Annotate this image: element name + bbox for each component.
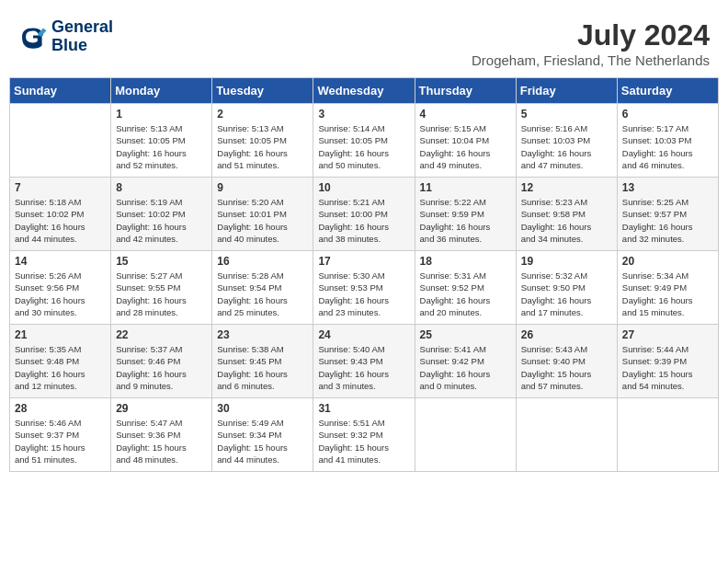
week-row-2: 7Sunrise: 5:18 AM Sunset: 10:02 PM Dayli… bbox=[10, 178, 719, 251]
cell-content: Sunrise: 5:23 AM Sunset: 9:58 PM Dayligh… bbox=[521, 196, 612, 245]
calendar-cell-2-6: 20Sunrise: 5:34 AM Sunset: 9:49 PM Dayli… bbox=[617, 251, 718, 325]
calendar-cell-4-4 bbox=[415, 398, 516, 472]
day-number: 24 bbox=[318, 328, 409, 341]
calendar-cell-3-2: 23Sunrise: 5:38 AM Sunset: 9:45 PM Dayli… bbox=[212, 325, 313, 398]
day-number: 16 bbox=[217, 255, 308, 268]
weekday-header-row: Sunday Monday Tuesday Wednesday Thursday… bbox=[10, 78, 719, 104]
calendar-cell-2-1: 15Sunrise: 5:27 AM Sunset: 9:55 PM Dayli… bbox=[111, 251, 212, 325]
day-number: 19 bbox=[521, 255, 612, 268]
day-number: 17 bbox=[318, 255, 409, 268]
day-number: 27 bbox=[622, 328, 713, 341]
day-number: 4 bbox=[420, 108, 511, 121]
cell-content: Sunrise: 5:34 AM Sunset: 9:49 PM Dayligh… bbox=[622, 270, 713, 318]
cell-content: Sunrise: 5:27 AM Sunset: 9:55 PM Dayligh… bbox=[116, 270, 207, 318]
calendar-cell-0-1: 1Sunrise: 5:13 AM Sunset: 10:05 PM Dayli… bbox=[111, 104, 212, 178]
cell-content: Sunrise: 5:37 AM Sunset: 9:46 PM Dayligh… bbox=[116, 343, 207, 392]
day-number: 20 bbox=[622, 255, 713, 268]
logo[interactable]: General Blue bbox=[18, 18, 113, 55]
calendar-cell-2-3: 17Sunrise: 5:30 AM Sunset: 9:53 PM Dayli… bbox=[313, 251, 415, 325]
cell-content: Sunrise: 5:17 AM Sunset: 10:03 PM Daylig… bbox=[622, 122, 713, 171]
logo-line1: General bbox=[51, 18, 113, 37]
day-number: 22 bbox=[116, 328, 207, 341]
calendar-cell-3-4: 25Sunrise: 5:41 AM Sunset: 9:42 PM Dayli… bbox=[415, 325, 516, 398]
day-number: 11 bbox=[420, 181, 511, 194]
day-number: 25 bbox=[420, 328, 511, 341]
week-row-3: 14Sunrise: 5:26 AM Sunset: 9:56 PM Dayli… bbox=[10, 251, 719, 325]
cell-content: Sunrise: 5:49 AM Sunset: 9:34 PM Dayligh… bbox=[217, 417, 308, 465]
day-number: 28 bbox=[15, 402, 106, 415]
calendar-cell-4-2: 30Sunrise: 5:49 AM Sunset: 9:34 PM Dayli… bbox=[212, 398, 313, 472]
day-number: 5 bbox=[521, 108, 612, 121]
calendar-cell-2-2: 16Sunrise: 5:28 AM Sunset: 9:54 PM Dayli… bbox=[212, 251, 313, 325]
cell-content: Sunrise: 5:28 AM Sunset: 9:54 PM Dayligh… bbox=[217, 270, 308, 318]
header-tuesday: Tuesday bbox=[212, 78, 313, 104]
month-year-title: July 2024 bbox=[472, 18, 710, 52]
page-container: General Blue July 2024 Drogeham, Friesla… bbox=[9, 9, 719, 472]
day-number: 18 bbox=[420, 255, 511, 268]
calendar-cell-0-4: 4Sunrise: 5:15 AM Sunset: 10:04 PM Dayli… bbox=[415, 104, 516, 178]
calendar-cell-1-1: 8Sunrise: 5:19 AM Sunset: 10:02 PM Dayli… bbox=[111, 178, 212, 251]
cell-content: Sunrise: 5:38 AM Sunset: 9:45 PM Dayligh… bbox=[217, 343, 308, 392]
calendar-cell-3-5: 26Sunrise: 5:43 AM Sunset: 9:40 PM Dayli… bbox=[516, 325, 617, 398]
day-number: 31 bbox=[318, 402, 409, 415]
calendar-cell-4-3: 31Sunrise: 5:51 AM Sunset: 9:32 PM Dayli… bbox=[313, 398, 415, 472]
week-row-4: 21Sunrise: 5:35 AM Sunset: 9:48 PM Dayli… bbox=[10, 325, 719, 398]
cell-content: Sunrise: 5:15 AM Sunset: 10:04 PM Daylig… bbox=[420, 122, 511, 171]
cell-content: Sunrise: 5:32 AM Sunset: 9:50 PM Dayligh… bbox=[521, 270, 612, 318]
calendar-cell-1-0: 7Sunrise: 5:18 AM Sunset: 10:02 PM Dayli… bbox=[10, 178, 111, 251]
logo-line2: Blue bbox=[51, 37, 113, 55]
day-number: 21 bbox=[15, 328, 106, 341]
calendar-cell-0-3: 3Sunrise: 5:14 AM Sunset: 10:05 PM Dayli… bbox=[313, 104, 415, 178]
calendar-cell-3-6: 27Sunrise: 5:44 AM Sunset: 9:39 PM Dayli… bbox=[617, 325, 718, 398]
cell-content: Sunrise: 5:22 AM Sunset: 9:59 PM Dayligh… bbox=[420, 196, 511, 245]
cell-content: Sunrise: 5:18 AM Sunset: 10:02 PM Daylig… bbox=[15, 196, 106, 245]
day-number: 26 bbox=[521, 328, 612, 341]
cell-content: Sunrise: 5:41 AM Sunset: 9:42 PM Dayligh… bbox=[420, 343, 511, 392]
calendar-cell-1-4: 11Sunrise: 5:22 AM Sunset: 9:59 PM Dayli… bbox=[415, 178, 516, 251]
calendar-cell-0-6: 6Sunrise: 5:17 AM Sunset: 10:03 PM Dayli… bbox=[617, 104, 718, 178]
day-number: 2 bbox=[217, 108, 308, 121]
day-number: 8 bbox=[116, 181, 207, 194]
header-thursday: Thursday bbox=[415, 78, 516, 104]
cell-content: Sunrise: 5:47 AM Sunset: 9:36 PM Dayligh… bbox=[116, 417, 207, 465]
cell-content: Sunrise: 5:13 AM Sunset: 10:05 PM Daylig… bbox=[217, 122, 308, 171]
calendar-cell-4-5 bbox=[516, 398, 617, 472]
calendar-cell-2-5: 19Sunrise: 5:32 AM Sunset: 9:50 PM Dayli… bbox=[516, 251, 617, 325]
calendar-body: 1Sunrise: 5:13 AM Sunset: 10:05 PM Dayli… bbox=[10, 104, 719, 472]
day-number: 14 bbox=[15, 255, 106, 268]
calendar-cell-2-4: 18Sunrise: 5:31 AM Sunset: 9:52 PM Dayli… bbox=[415, 251, 516, 325]
calendar-cell-1-5: 12Sunrise: 5:23 AM Sunset: 9:58 PM Dayli… bbox=[516, 178, 617, 251]
day-number: 10 bbox=[318, 181, 409, 194]
calendar-table: Sunday Monday Tuesday Wednesday Thursday… bbox=[9, 77, 719, 472]
cell-content: Sunrise: 5:26 AM Sunset: 9:56 PM Dayligh… bbox=[15, 270, 106, 318]
header-saturday: Saturday bbox=[617, 78, 718, 104]
calendar-cell-1-3: 10Sunrise: 5:21 AM Sunset: 10:00 PM Dayl… bbox=[313, 178, 415, 251]
cell-content: Sunrise: 5:35 AM Sunset: 9:48 PM Dayligh… bbox=[15, 343, 106, 392]
logo-icon bbox=[18, 22, 48, 52]
day-number: 30 bbox=[217, 402, 308, 415]
calendar-cell-3-3: 24Sunrise: 5:40 AM Sunset: 9:43 PM Dayli… bbox=[313, 325, 415, 398]
cell-content: Sunrise: 5:16 AM Sunset: 10:03 PM Daylig… bbox=[521, 122, 612, 171]
calendar-cell-4-1: 29Sunrise: 5:47 AM Sunset: 9:36 PM Dayli… bbox=[111, 398, 212, 472]
header-sunday: Sunday bbox=[10, 78, 111, 104]
logo-text: General Blue bbox=[51, 18, 113, 55]
cell-content: Sunrise: 5:13 AM Sunset: 10:05 PM Daylig… bbox=[116, 122, 207, 171]
day-number: 23 bbox=[217, 328, 308, 341]
calendar-cell-2-0: 14Sunrise: 5:26 AM Sunset: 9:56 PM Dayli… bbox=[10, 251, 111, 325]
cell-content: Sunrise: 5:51 AM Sunset: 9:32 PM Dayligh… bbox=[318, 417, 409, 465]
cell-content: Sunrise: 5:21 AM Sunset: 10:00 PM Daylig… bbox=[318, 196, 409, 245]
calendar-cell-0-2: 2Sunrise: 5:13 AM Sunset: 10:05 PM Dayli… bbox=[212, 104, 313, 178]
page-header: General Blue July 2024 Drogeham, Friesla… bbox=[9, 9, 719, 73]
day-number: 3 bbox=[318, 108, 409, 121]
day-number: 29 bbox=[116, 402, 207, 415]
cell-content: Sunrise: 5:44 AM Sunset: 9:39 PM Dayligh… bbox=[622, 343, 713, 392]
day-number: 7 bbox=[15, 181, 106, 194]
cell-content: Sunrise: 5:46 AM Sunset: 9:37 PM Dayligh… bbox=[15, 417, 106, 465]
week-row-5: 28Sunrise: 5:46 AM Sunset: 9:37 PM Dayli… bbox=[10, 398, 719, 472]
calendar-cell-1-6: 13Sunrise: 5:25 AM Sunset: 9:57 PM Dayli… bbox=[617, 178, 718, 251]
title-block: July 2024 Drogeham, Friesland, The Nethe… bbox=[472, 18, 710, 68]
day-number: 15 bbox=[116, 255, 207, 268]
day-number: 13 bbox=[622, 181, 713, 194]
calendar-cell-4-0: 28Sunrise: 5:46 AM Sunset: 9:37 PM Dayli… bbox=[10, 398, 111, 472]
cell-content: Sunrise: 5:43 AM Sunset: 9:40 PM Dayligh… bbox=[521, 343, 612, 392]
